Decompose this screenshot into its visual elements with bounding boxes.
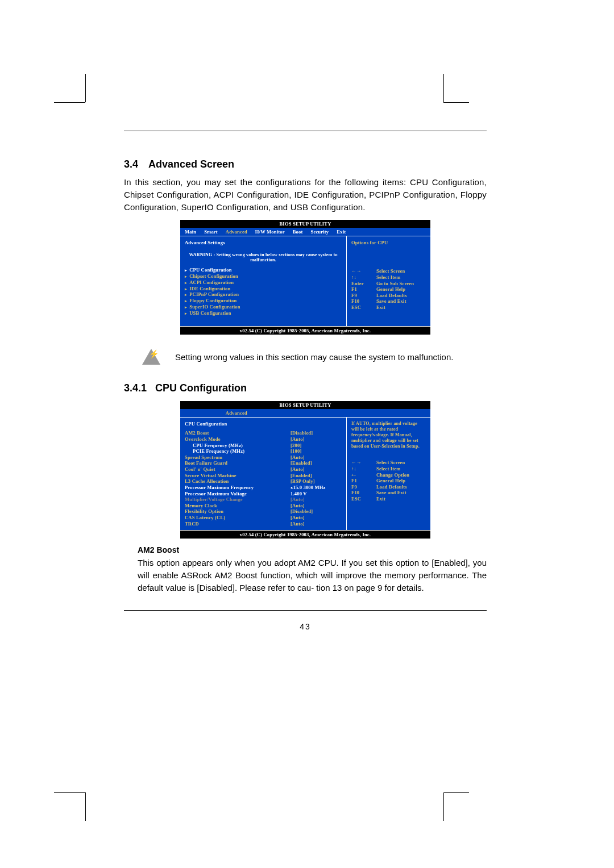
bios-warning: WARNING : Setting wrong values in below … xyxy=(185,249,342,267)
crop-mark xyxy=(443,792,469,793)
intro-text: In this section, you may set the configu… xyxy=(124,176,487,213)
crop-mark xyxy=(54,102,85,103)
bios-setting-row: CPU Frequency (MHz)[200] xyxy=(185,443,342,449)
bios-tabs: MainSmartAdvancedH/W MonitorBootSecurity… xyxy=(180,228,430,236)
bios-setting-row: Processor Maximum Voltage1.400 V xyxy=(185,491,342,497)
bios-right-hint: Options for CPU xyxy=(351,240,426,245)
bios-help-row: ESCExit xyxy=(351,496,426,502)
bios-tab: Smart xyxy=(204,229,218,235)
note-text: Setting wrong values in this section may… xyxy=(175,351,453,363)
bios-title: BIOS SETUP UTILITY xyxy=(180,220,430,228)
bios-setting-row: Memory Clock[Auto] xyxy=(185,503,342,509)
top-rule xyxy=(124,131,487,131)
bios-help-row: F1General Help xyxy=(351,478,426,484)
bios-tab: Main xyxy=(185,229,196,235)
crop-mark xyxy=(54,792,85,793)
bios-menu-item: IDE Configuration xyxy=(185,286,342,292)
section-heading: 3.4 Advanced Screen xyxy=(124,158,487,170)
bios-tab: Boot xyxy=(293,229,303,235)
subsection-number: 3.4.1 xyxy=(124,382,147,394)
page-content: 3.4 Advanced Screen In this section, you… xyxy=(124,131,487,631)
bottom-rule xyxy=(124,610,487,611)
bios-menu-item: ACPI Configuration xyxy=(185,279,342,286)
bios-setting-row: TRCD[Auto] xyxy=(185,521,342,527)
bios-help-row: F10Save and Exit xyxy=(351,298,426,304)
bios-setting-row: PCIE Frequency (MHz)[100] xyxy=(185,448,342,454)
am2-body: This option appears only when you adopt … xyxy=(138,557,487,594)
bios-help-row: EnterGo to Sub Screen xyxy=(351,281,426,287)
bios-setting-row: Boot Failure Guard[Enabled] xyxy=(185,460,342,466)
bios-help-row: F9Load Defaults xyxy=(351,293,426,299)
bios-help-row: F1General Help xyxy=(351,286,426,293)
bios-panel-title: Advanced Settings xyxy=(185,240,342,245)
section-number: 3.4 xyxy=(124,158,138,170)
bios-copyright: v02.54 (C) Copyright 1985-2005, American… xyxy=(180,327,430,335)
bios-tab: Advanced xyxy=(226,410,247,416)
bios-help-row: ←→Select Screen xyxy=(351,460,426,466)
bios-menu-item: CPU Configuration xyxy=(185,267,342,273)
crop-mark xyxy=(443,792,444,821)
bios-right-help: If AUTO, multiplier and voltage will be … xyxy=(351,421,426,449)
bios-setting-row: Cool' n' Quiet[Auto] xyxy=(185,466,342,473)
crop-mark xyxy=(443,74,444,102)
crop-mark xyxy=(443,102,469,103)
bios-copyright: v02.54 (C) Copyright 1985-2003, American… xyxy=(180,531,430,539)
bios-menu-item: SuperIO Configuration xyxy=(185,304,342,310)
page-number: 43 xyxy=(124,622,487,631)
crop-mark xyxy=(85,792,86,821)
bios-setting-row: CAS Latency (CL)[Auto] xyxy=(185,515,342,521)
bios-help-row: ←→Select Screen xyxy=(351,268,426,274)
bios-setting-row: Spread Spectrum[Auto] xyxy=(185,454,342,461)
subsection-title: CPU Configuration xyxy=(155,382,247,394)
subsection-heading: 3.4.1 CPU Configuration xyxy=(124,382,487,394)
bios-setting-row: Secure Virtual Machine[Enabled] xyxy=(185,473,342,479)
bios-setting-row: Processor Maximum Frequencyx15.0 3000 MH… xyxy=(185,485,342,491)
bios-tabs: Main Smart Advanced xyxy=(180,409,430,417)
bios-menu-item: Chipset Configuration xyxy=(185,273,342,279)
bios-help-row: ↑↓Select Item xyxy=(351,274,426,281)
am2-heading: AM2 Boost xyxy=(138,545,487,554)
bios-panel-title: CPU Configuration xyxy=(185,421,342,427)
bios-screen-advanced: BIOS SETUP UTILITY MainSmartAdvancedH/W … xyxy=(180,220,430,335)
bios-tab: Security xyxy=(311,229,329,235)
bios-setting-row: Flexibility Option[Disabled] xyxy=(185,508,342,515)
bios-help-row: F9Load Defaults xyxy=(351,484,426,490)
bios-menu-item: USB Configuration xyxy=(185,310,342,316)
section-title: Advanced Screen xyxy=(148,158,234,170)
bios-menu-item: PCIPnP Configuration xyxy=(185,291,342,298)
bios-tab: Exit xyxy=(337,229,346,235)
bios-help-row: ↑↓Select Item xyxy=(351,466,426,472)
bios-setting-row: Overclock Mode[Auto] xyxy=(185,436,342,443)
bios-setting-row: Multiplier/Voltage Change[Auto] xyxy=(185,496,342,503)
bios-tab: Advanced xyxy=(226,229,247,235)
warning-note: ⚡ Setting wrong values in this section m… xyxy=(138,341,487,372)
lightning-icon: ⚡ xyxy=(138,341,165,372)
bios-screen-cpu: BIOS SETUP UTILITY Main Smart Advanced C… xyxy=(180,401,430,539)
bios-tab: H/W Monitor xyxy=(255,229,285,235)
crop-mark xyxy=(85,74,86,102)
bios-title: BIOS SETUP UTILITY xyxy=(180,401,430,409)
bios-setting-row: AM2 Boost[Disabled] xyxy=(185,430,342,436)
bios-help-row: ESCExit xyxy=(351,304,426,311)
bios-setting-row: L3 Cache Allocation[BSP Only] xyxy=(185,478,342,485)
bios-menu-item: Floppy Configuration xyxy=(185,298,342,304)
bios-help-row: +-Change Option xyxy=(351,472,426,478)
bios-help-row: F10Save and Exit xyxy=(351,490,426,496)
